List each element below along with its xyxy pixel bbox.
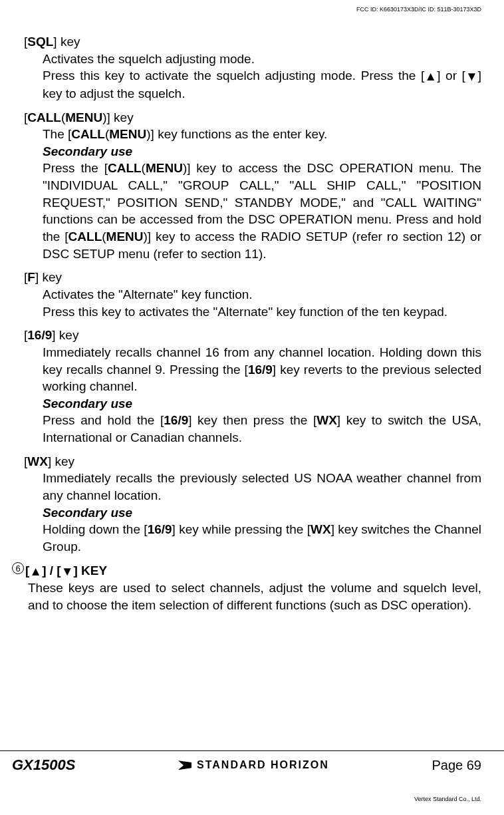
key-name: MENU: [109, 127, 146, 141]
brand-name: STANDARD HORIZON: [197, 758, 329, 772]
secondary-use-label: Secondary use: [43, 504, 481, 522]
k169-heading: [16/9] key: [24, 327, 481, 344]
triangle-up-icon: ▲: [424, 68, 437, 85]
key-name: F: [27, 270, 35, 284]
key-name: MENU: [65, 110, 102, 124]
circled-number-icon: 6: [12, 562, 24, 574]
item6-heading: 6 [▲] / [▼] KEY: [12, 562, 481, 580]
sql-line1: Activates the squelch adjusting mode.: [43, 51, 481, 68]
key-name: CALL: [108, 161, 142, 175]
page-number: Page 69: [432, 756, 481, 774]
entry-call: [CALL(MENU)] key The [CALL(MENU)] key fu…: [24, 109, 481, 263]
entry-item-6: 6 [▲] / [▼] KEY These keys are used to s…: [12, 562, 481, 614]
bracket-suffix: ] key: [52, 328, 78, 342]
entry-wx: [WX] key Immediately recalls the previou…: [24, 453, 481, 556]
entry-sql: [SQL] key Activates the squelch adjustin…: [24, 33, 481, 102]
entry-169: [16/9] key Immediately recalls channel 1…: [24, 327, 481, 446]
sql-heading: [SQL] key: [24, 33, 481, 51]
key-name: 16/9: [248, 363, 273, 377]
sql-line2: Press this key to activate the squelch a…: [43, 67, 481, 102]
key-name: CALL: [68, 230, 102, 244]
k169-body: Immediately recalls channel 16 from any …: [43, 344, 481, 446]
f-heading: [F] key: [24, 269, 481, 286]
key-name: CALL: [71, 127, 105, 141]
t: Press and hold the [: [43, 413, 164, 427]
t: The [: [43, 127, 71, 141]
f-body: Activates the "Alternate" key function. …: [43, 286, 481, 320]
bracket-suffix: ] key: [53, 35, 80, 49]
k169-line1: Immediately recalls channel 16 from any …: [43, 344, 481, 395]
bracket-suffix: ] key: [35, 270, 62, 284]
brand: STANDARD HORIZON: [178, 758, 329, 772]
t: Holding down the [: [43, 522, 148, 536]
key-name: SQL: [27, 35, 53, 49]
f-line2: Press this key to activates the "Alterna…: [43, 303, 481, 321]
t: Press this key to activate the squelch a…: [43, 69, 424, 82]
page-content: [SQL] key Activates the squelch adjustin…: [12, 33, 481, 614]
key-name: WX: [27, 454, 48, 468]
t: ] KEY: [73, 564, 107, 577]
f-line1: Activates the "Alternate" key function.: [43, 286, 481, 303]
key-name: 16/9: [148, 522, 172, 536]
wx-body: Immediately recalls the previously selec…: [43, 470, 481, 555]
model-number: GX1500S: [12, 755, 75, 775]
brand-logo-icon: [178, 760, 191, 770]
copyright-line: Vertex Standard Co., Ltd.: [414, 795, 481, 803]
call-body: The [CALL(MENU)] key functions as the en…: [43, 126, 481, 262]
page-footer: GX1500S STANDARD HORIZON Page 69: [0, 750, 504, 775]
entry-f: [F] key Activates the "Alternate" key fu…: [24, 269, 481, 320]
fcc-id-line: FCC ID: K6630173X3D/IC ID: 511B-30173X3D: [356, 5, 481, 13]
k169-line2: Press and hold the [16/9] key then press…: [43, 412, 481, 446]
wx-heading: [WX] key: [24, 453, 481, 470]
key-name: MENU: [146, 161, 183, 175]
t: )] key functions as the enter key.: [146, 127, 327, 141]
t: ] or [: [437, 69, 465, 82]
t: Press the [: [43, 161, 108, 175]
secondary-use-label: Secondary use: [43, 395, 481, 412]
wx-line2: Holding down the [16/9] key while pressi…: [43, 521, 481, 555]
call-line1: The [CALL(MENU)] key functions as the en…: [43, 126, 481, 143]
triangle-down-icon: ▼: [465, 68, 478, 85]
key-name: CALL: [27, 110, 61, 124]
t: ] / [: [42, 564, 61, 577]
bracket-suffix: ] key: [48, 454, 74, 468]
key-name: WX: [311, 522, 331, 536]
item6-head-text: [▲] / [▼] KEY: [25, 562, 107, 580]
t: ] key while pressing the [: [172, 522, 311, 536]
key-name: MENU: [106, 230, 144, 244]
wx-line1: Immediately recalls the previously selec…: [43, 470, 481, 504]
t: ] key then press the [: [188, 413, 316, 427]
call-heading: [CALL(MENU)] key: [24, 109, 481, 126]
item6-body: These keys are used to select channels, …: [28, 579, 481, 613]
key-name: 16/9: [164, 413, 188, 427]
sql-body: Activates the squelch adjusting mode. Pr…: [43, 51, 481, 102]
triangle-up-icon: ▲: [29, 563, 42, 580]
call-line2: Press the [CALL(MENU)] key to access the…: [43, 160, 481, 262]
secondary-use-label: Secondary use: [43, 143, 481, 160]
triangle-down-icon: ▼: [61, 563, 74, 580]
key-name: WX: [316, 413, 337, 427]
key-name: 16/9: [27, 328, 52, 342]
